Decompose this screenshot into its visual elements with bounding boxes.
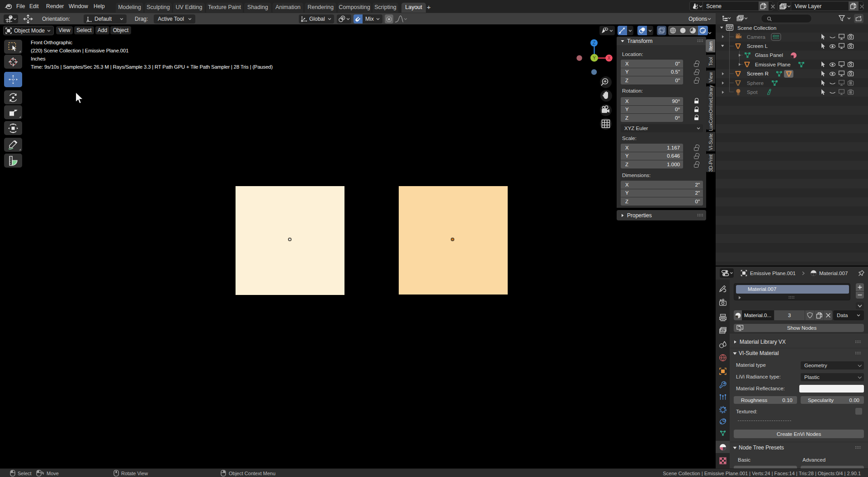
svg-text:Spot: Spot — [747, 89, 758, 95]
svg-text:Emissive Plane: Emissive Plane — [755, 62, 791, 67]
svg-text:Camera: Camera — [747, 34, 766, 40]
svg-text:Scene Collection: Scene Collection — [737, 25, 776, 31]
svg-text:X: X — [608, 56, 611, 61]
svg-text:Y: Y — [593, 56, 596, 61]
svg-text:Sphere: Sphere — [747, 80, 764, 86]
svg-text:Screen R: Screen R — [747, 71, 769, 76]
svg-text:Screen L: Screen L — [747, 43, 768, 49]
svg-text:Z: Z — [593, 41, 595, 46]
svg-text:Glass Panel: Glass Panel — [755, 52, 783, 58]
